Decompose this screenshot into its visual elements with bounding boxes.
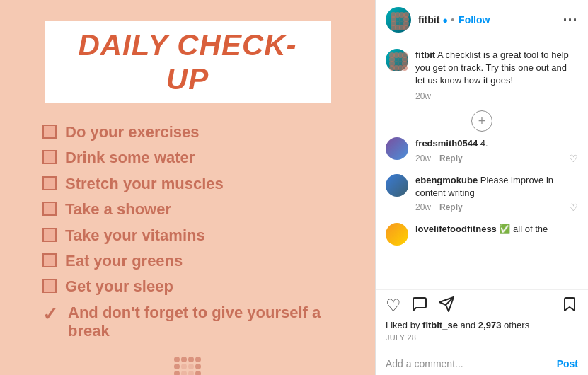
comments-container: fredsmith0544 4.20wReply♡ebengmokube Ple… [386,137,578,246]
bookmark-button[interactable] [561,296,578,316]
comment-username: lovelifefoodfitness [415,224,499,234]
comment-text-block: lovelifefoodfitness ✅ all of the [415,223,578,236]
logo-dot [195,371,201,375]
like-button[interactable]: ♡ [386,297,401,314]
post-comment-button[interactable]: Post [557,358,578,369]
logo-dot [402,65,408,71]
comment-time: 20w [415,202,431,212]
add-comment-bar: Post [376,352,588,375]
follow-button[interactable]: Follow [459,14,490,25]
item-text: Drink some water [65,149,195,167]
checklist-item: Do your exercises [42,123,347,142]
comment-text: fredsmith0544 4. [415,137,578,150]
checkbox: ✓ [42,305,59,319]
checklist-item: ✓And don't forget to give yourself a bre… [42,304,347,341]
header-avatar [386,7,411,33]
comment-username: fredsmith0544 [415,138,480,149]
comment-avatar [386,137,408,160]
checklist-item: Take a shower [42,200,347,219]
logo-dot [188,371,194,375]
reply-button[interactable]: Reply [439,154,463,163]
comment-text-block: fredsmith0544 4.20wReply♡ [415,137,578,163]
logo-dot [188,364,194,369]
comment-block: ebengmokube Please improve in content wr… [386,174,578,213]
reply-button[interactable]: Reply [439,202,463,212]
comment-time: 20w [415,154,431,163]
item-text: Get your sleep [65,277,173,296]
checklist-item: Take your vitamins [42,226,347,245]
fitbit-logo-dots [174,357,201,375]
checkbox [42,279,57,293]
item-text: Do your exercises [65,123,200,142]
dot-separator: • [451,14,454,25]
checkbox [42,125,57,139]
logo-dot [181,371,187,375]
share-button[interactable] [438,296,455,316]
logo-dot [195,357,201,362]
comment-like-icon[interactable]: ♡ [569,153,578,164]
fitbit-logo-bottom [174,348,201,375]
item-text: Take a shower [65,200,171,219]
comment-block: lovelifefoodfitness ✅ all of the [386,223,578,246]
comment-button[interactable] [411,296,428,316]
load-more-comments[interactable]: + [386,110,578,132]
comment-block: fredsmith0544 4.20wReply♡ [386,137,578,163]
load-more-button[interactable]: + [471,110,492,132]
item-text: Take your vitamins [65,226,205,245]
checkbox [42,202,57,216]
item-text: Stretch your muscles [65,175,224,193]
checklist-item: Eat your greens [42,252,347,270]
checklist-item: Stretch your muscles [42,175,347,193]
likes-text: Liked by fitbit_se and 2,973 others [386,320,578,330]
comment-avatar [386,174,408,197]
checkbox [42,253,57,267]
caption-block: fitbit A checklist is a great tool to he… [386,49,578,102]
checklist-item: Get your sleep [42,277,347,296]
comment-meta: 20wReply♡ [415,153,578,164]
comment-avatar [386,223,408,246]
comment-meta: 20wReply♡ [415,202,578,213]
verified-badge: ● [442,15,448,25]
logo-dot [174,357,180,362]
checkbox [42,176,57,190]
logo-dot [174,371,180,375]
logo-dot [181,357,187,362]
caption-content: fitbit A checklist is a great tool to he… [415,49,578,102]
comment-text: lovelifefoodfitness ✅ all of the [415,223,578,236]
comment-text: ebengmokube Please improve in content wr… [415,174,578,200]
item-text: Eat your greens [65,252,183,270]
action-icons: ♡ [386,296,578,316]
post-header: fitbit ● • Follow ··· [376,0,588,40]
post-image: DAILY CHECK-UP Do your exercisesDrink so… [0,0,375,375]
header-username: fitbit [418,14,439,25]
item-text: And don't forget to give yourself a brea… [68,304,347,341]
avatar-fitbit-logo [388,9,410,31]
comment-text-block: ebengmokube Please improve in content wr… [415,174,578,213]
actions-bar: ♡ Liked by fitbit_se and 2,973 others [376,289,588,352]
comment-like-icon[interactable]: ♡ [569,202,578,213]
caption-text: A checklist is a great tool to help you … [415,50,569,86]
post-date: JULY 28 [386,333,578,342]
logo-dot [188,357,194,362]
checkbox [42,228,57,242]
checklist-item: Drink some water [42,149,347,167]
comment-username: ebengmokube [415,175,480,185]
logo-dot [403,25,409,30]
caption-avatar [386,49,408,71]
caption-username: fitbit [415,50,435,60]
more-options-button[interactable]: ··· [563,13,578,28]
post-title: DAILY CHECK-UP [45,21,331,103]
checklist: Do your exercisesDrink some waterStretch… [28,123,347,348]
comments-area[interactable]: fitbit A checklist is a great tool to he… [376,40,588,289]
caption-timestamp: 20w [415,91,578,103]
logo-dot [174,364,180,369]
right-panel: fitbit ● • Follow ··· fitbit A checklist… [375,0,588,375]
logo-dot [181,364,187,369]
caption-avatar-logo [386,50,408,71]
comment-input[interactable] [386,358,557,369]
logo-dot [195,364,201,369]
checkbox [42,150,57,164]
